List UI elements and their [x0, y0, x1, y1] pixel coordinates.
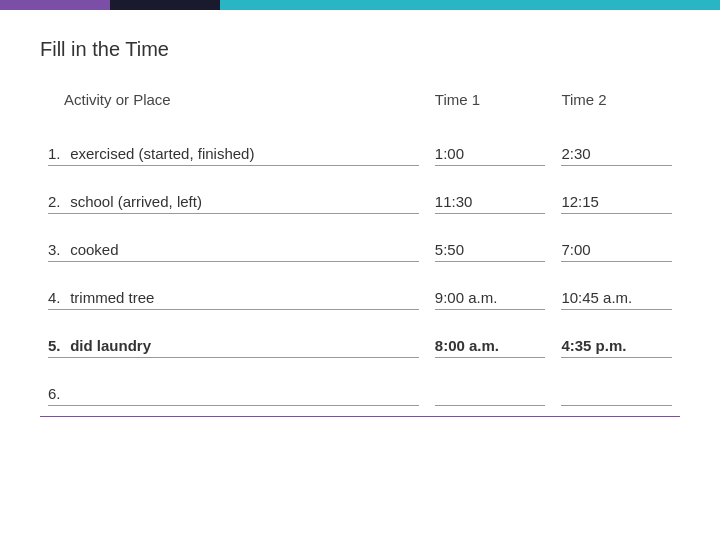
row-number: 4.: [48, 289, 66, 306]
time2-value: 10:45 a.m.: [561, 289, 632, 306]
main-content: Fill in the Time Activity or Place Time …: [0, 10, 720, 437]
time1-cell: 1:00: [427, 118, 554, 166]
time2-cell: [553, 358, 680, 406]
activity-text: school (arrived, left): [70, 193, 202, 210]
time1-cell: [427, 358, 554, 406]
time1-cell: 9:00 a.m.: [427, 262, 554, 310]
time2-value: 12:15: [561, 193, 599, 210]
table-row: 5. did laundry8:00 a.m.4:35 p.m.: [40, 310, 680, 358]
activity-cell: 3. cooked: [40, 214, 427, 262]
header-time1: Time 1: [427, 85, 554, 118]
time1-value: 1:00: [435, 145, 464, 162]
activity-cell: 4. trimmed tree: [40, 262, 427, 310]
time2-cell: 7:00: [553, 214, 680, 262]
top-bar-dark: [110, 0, 220, 10]
activity-cell: 2. school (arrived, left): [40, 166, 427, 214]
time1-value: 8:00 a.m.: [435, 337, 499, 354]
page-title: Fill in the Time: [40, 38, 680, 61]
time2-cell: 10:45 a.m.: [553, 262, 680, 310]
bottom-divider: [40, 416, 680, 417]
time2-cell: 12:15: [553, 166, 680, 214]
row-number: 3.: [48, 241, 66, 258]
time1-value: 9:00 a.m.: [435, 289, 498, 306]
time2-cell: 4:35 p.m.: [553, 310, 680, 358]
row-number: 5.: [48, 337, 66, 354]
activity-text: exercised (started, finished): [70, 145, 254, 162]
top-bar-teal: [220, 0, 720, 10]
top-bar-purple: [0, 0, 110, 10]
time1-cell: 5:50: [427, 214, 554, 262]
table-row: 1. exercised (started, finished)1:002:30: [40, 118, 680, 166]
activity-text: did laundry: [70, 337, 151, 354]
time1-cell: 11:30: [427, 166, 554, 214]
top-bar: [0, 0, 720, 10]
time1-value: 5:50: [435, 241, 464, 258]
activity-text: trimmed tree: [70, 289, 154, 306]
row-number: 1.: [48, 145, 66, 162]
activity-cell: 5. did laundry: [40, 310, 427, 358]
row-number: 2.: [48, 193, 66, 210]
time2-value: 4:35 p.m.: [561, 337, 626, 354]
table-row: 4. trimmed tree9:00 a.m.10:45 a.m.: [40, 262, 680, 310]
activity-text: cooked: [70, 241, 118, 258]
time2-value: 7:00: [561, 241, 590, 258]
time2-cell: 2:30: [553, 118, 680, 166]
activity-table: Activity or Place Time 1 Time 2 1. exerc…: [40, 85, 680, 406]
activity-cell: 6.: [40, 358, 427, 406]
table-header-row: Activity or Place Time 1 Time 2: [40, 85, 680, 118]
time1-cell: 8:00 a.m.: [427, 310, 554, 358]
table-row: 6.: [40, 358, 680, 406]
table-row: 2. school (arrived, left)11:3012:15: [40, 166, 680, 214]
time1-value: 11:30: [435, 193, 473, 210]
table-row: 3. cooked5:507:00: [40, 214, 680, 262]
activity-cell: 1. exercised (started, finished): [40, 118, 427, 166]
header-time2: Time 2: [553, 85, 680, 118]
time2-value: 2:30: [561, 145, 590, 162]
header-activity: Activity or Place: [40, 85, 427, 118]
row-number: 6.: [48, 385, 66, 402]
